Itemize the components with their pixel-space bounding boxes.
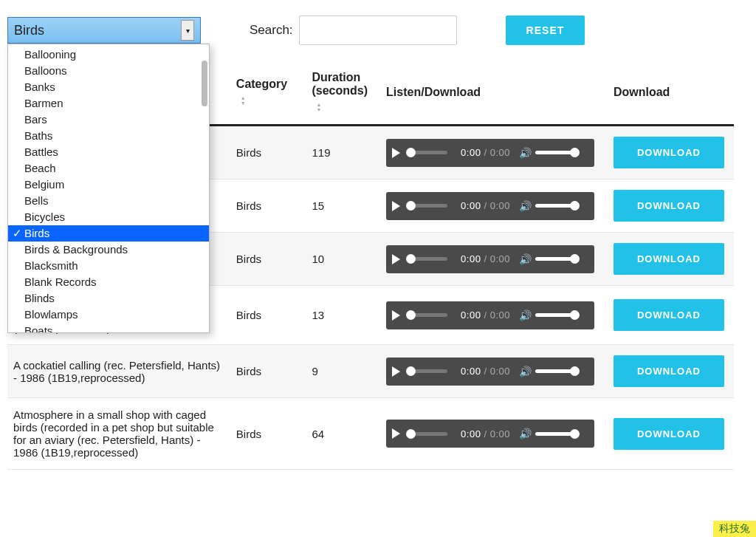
cell-listen: 0:00 / 0:00🔊 xyxy=(380,126,608,179)
cell-download: DOWNLOAD xyxy=(608,179,734,233)
play-icon[interactable] xyxy=(392,201,400,211)
download-button[interactable]: DOWNLOAD xyxy=(614,299,724,331)
volume-icon[interactable]: 🔊 xyxy=(519,309,532,321)
time-display: 0:00 / 0:00 xyxy=(461,200,510,211)
seek-slider[interactable] xyxy=(408,151,447,154)
dropdown-option[interactable]: Ballooning xyxy=(8,47,209,63)
category-dropdown: BallooningBalloonsBanksBarmenBarsBathsBa… xyxy=(7,44,210,333)
cell-listen: 0:00 / 0:00🔊 xyxy=(380,233,608,286)
dropdown-option[interactable]: Bicycles xyxy=(8,209,209,225)
seek-slider[interactable] xyxy=(408,432,447,436)
cell-download: DOWNLOAD xyxy=(608,286,734,345)
dropdown-option[interactable]: Baths xyxy=(8,128,209,144)
cell-category: Birds xyxy=(230,345,306,398)
audio-player[interactable]: 0:00 / 0:00🔊 xyxy=(386,245,594,273)
dropdown-option[interactable]: Bars xyxy=(8,112,209,128)
play-icon[interactable] xyxy=(392,310,400,321)
volume-slider[interactable] xyxy=(535,432,577,436)
volume-knob[interactable] xyxy=(570,254,580,264)
play-icon[interactable] xyxy=(392,366,400,377)
play-icon[interactable] xyxy=(392,428,400,439)
download-button[interactable]: DOWNLOAD xyxy=(614,355,724,387)
volume-knob[interactable] xyxy=(570,201,580,211)
download-button[interactable]: DOWNLOAD xyxy=(614,243,724,275)
volume-icon[interactable]: 🔊 xyxy=(519,147,532,159)
seek-knob[interactable] xyxy=(406,254,416,264)
dropdown-option[interactable]: Boats xyxy=(8,323,209,333)
volume-slider[interactable] xyxy=(535,257,577,261)
volume-knob[interactable] xyxy=(570,148,580,157)
volume-icon[interactable]: 🔊 xyxy=(519,366,532,377)
seek-slider[interactable] xyxy=(408,313,447,317)
cell-duration: 119 xyxy=(306,126,380,179)
dropdown-option[interactable]: Blowlamps xyxy=(8,307,209,323)
dropdown-option[interactable]: Blank Records xyxy=(8,274,209,290)
seek-knob[interactable] xyxy=(406,429,416,439)
download-button[interactable]: DOWNLOAD xyxy=(614,137,724,168)
seek-slider[interactable] xyxy=(408,257,447,261)
table-row: A cockatiel calling (rec. Petersfield, H… xyxy=(7,345,734,398)
volume-icon[interactable]: 🔊 xyxy=(519,253,532,265)
dropdown-option[interactable]: Banks xyxy=(8,79,209,95)
dropdown-option[interactable]: Belgium xyxy=(8,177,209,193)
volume-knob[interactable] xyxy=(570,366,580,376)
chevron-down-icon: ▾ xyxy=(181,20,194,41)
volume-icon[interactable]: 🔊 xyxy=(519,428,532,439)
cell-duration: 15 xyxy=(306,179,380,233)
dropdown-option[interactable]: Birds & Backgrounds xyxy=(8,242,209,258)
dropdown-option[interactable]: Blacksmith xyxy=(8,258,209,274)
audio-player[interactable]: 0:00 / 0:00🔊 xyxy=(386,358,594,386)
volume-knob[interactable] xyxy=(570,310,580,320)
play-icon[interactable] xyxy=(392,254,400,264)
dropdown-option[interactable]: Beach xyxy=(8,160,209,177)
dropdown-option[interactable]: Bells xyxy=(8,193,209,209)
seek-knob[interactable] xyxy=(406,366,416,376)
dropdown-option[interactable]: Battles xyxy=(8,144,209,160)
dropdown-option[interactable]: Barmen xyxy=(8,95,209,112)
time-display: 0:00 / 0:00 xyxy=(461,428,510,439)
download-button[interactable]: DOWNLOAD xyxy=(614,190,724,222)
cell-description: Atmosphere in a small shop with caged bi… xyxy=(7,398,230,470)
audio-player[interactable]: 0:00 / 0:00🔊 xyxy=(386,301,594,329)
filter-bar: Birds ▾ BallooningBalloonsBanksBarmenBar… xyxy=(7,15,734,46)
dropdown-option[interactable]: Birds xyxy=(8,225,209,242)
seek-knob[interactable] xyxy=(406,310,416,320)
seek-slider[interactable] xyxy=(408,204,447,208)
cell-duration: 64 xyxy=(306,398,380,470)
col-header-duration[interactable]: Duration (seconds) ▲▼ xyxy=(306,59,380,126)
volume-knob[interactable] xyxy=(570,429,580,439)
cell-duration: 9 xyxy=(306,345,380,398)
cell-download: DOWNLOAD xyxy=(608,398,734,470)
cell-download: DOWNLOAD xyxy=(608,345,734,398)
category-select[interactable]: Birds ▾ xyxy=(7,17,201,44)
volume-slider[interactable] xyxy=(535,151,577,154)
col-header-category[interactable]: Category ▲▼ xyxy=(230,59,306,126)
category-select-wrap: Birds ▾ BallooningBalloonsBanksBarmenBar… xyxy=(7,17,201,44)
seek-knob[interactable] xyxy=(406,148,416,157)
cell-duration: 13 xyxy=(306,286,380,345)
table-row: Atmosphere in a small shop with caged bi… xyxy=(7,398,734,470)
cell-listen: 0:00 / 0:00🔊 xyxy=(380,286,608,345)
time-display: 0:00 / 0:00 xyxy=(461,253,510,264)
play-icon[interactable] xyxy=(392,148,400,158)
seek-knob[interactable] xyxy=(406,201,416,211)
search-input[interactable] xyxy=(299,16,457,45)
volume-slider[interactable] xyxy=(535,313,577,317)
cell-listen: 0:00 / 0:00🔊 xyxy=(380,345,608,398)
audio-player[interactable]: 0:00 / 0:00🔊 xyxy=(386,420,594,448)
cell-download: DOWNLOAD xyxy=(608,233,734,286)
time-display: 0:00 / 0:00 xyxy=(461,309,510,321)
dropdown-option[interactable]: Balloons xyxy=(8,63,209,79)
sort-icon: ▲▼ xyxy=(316,102,321,112)
cell-category: Birds xyxy=(230,233,306,286)
audio-player[interactable]: 0:00 / 0:00🔊 xyxy=(386,192,594,220)
volume-icon[interactable]: 🔊 xyxy=(519,200,532,212)
reset-button[interactable]: RESET xyxy=(506,16,585,45)
volume-slider[interactable] xyxy=(535,204,577,208)
dropdown-option[interactable]: Blinds xyxy=(8,290,209,307)
seek-slider[interactable] xyxy=(408,369,447,373)
download-button[interactable]: DOWNLOAD xyxy=(614,418,724,450)
col-header-listen: Listen/Download xyxy=(380,59,608,126)
audio-player[interactable]: 0:00 / 0:00🔊 xyxy=(386,139,594,167)
volume-slider[interactable] xyxy=(535,369,577,373)
